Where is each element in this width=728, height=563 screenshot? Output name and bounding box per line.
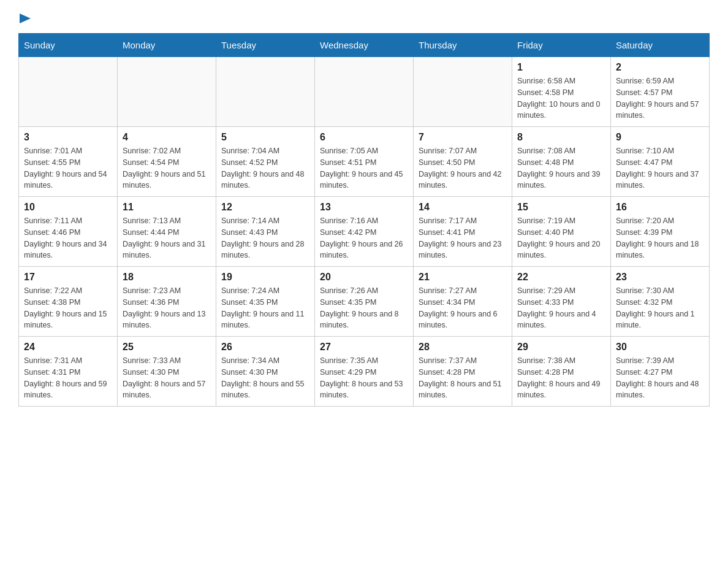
calendar-cell: 20Sunrise: 7:26 AM Sunset: 4:35 PM Dayli… [315, 267, 414, 337]
calendar-cell: 2Sunrise: 6:59 AM Sunset: 4:57 PM Daylig… [611, 57, 710, 127]
day-number: 26 [221, 342, 309, 353]
day-info: Sunrise: 7:14 AM Sunset: 4:43 PM Dayligh… [221, 215, 309, 261]
day-info: Sunrise: 7:38 AM Sunset: 4:28 PM Dayligh… [517, 355, 605, 401]
day-number: 25 [123, 342, 211, 353]
day-number: 15 [517, 202, 605, 213]
day-number: 21 [419, 272, 507, 283]
weekday-header-tuesday: Tuesday [216, 34, 315, 57]
day-info: Sunrise: 7:33 AM Sunset: 4:30 PM Dayligh… [123, 355, 211, 401]
calendar-cell: 5Sunrise: 7:04 AM Sunset: 4:52 PM Daylig… [216, 127, 315, 197]
weekday-header-sunday: Sunday [19, 34, 118, 57]
calendar-cell: 27Sunrise: 7:35 AM Sunset: 4:29 PM Dayli… [315, 337, 414, 407]
day-info: Sunrise: 7:30 AM Sunset: 4:32 PM Dayligh… [616, 285, 704, 331]
day-number: 23 [616, 272, 704, 283]
calendar-cell: 24Sunrise: 7:31 AM Sunset: 4:31 PM Dayli… [19, 337, 118, 407]
calendar-cell [315, 57, 414, 127]
day-number: 12 [221, 202, 309, 213]
calendar-cell: 1Sunrise: 6:58 AM Sunset: 4:58 PM Daylig… [512, 57, 611, 127]
weekday-header-thursday: Thursday [414, 34, 512, 57]
calendar-cell: 16Sunrise: 7:20 AM Sunset: 4:39 PM Dayli… [611, 197, 710, 267]
day-number: 6 [320, 132, 408, 143]
calendar-cell: 4Sunrise: 7:02 AM Sunset: 4:54 PM Daylig… [118, 127, 216, 197]
calendar-cell: 14Sunrise: 7:17 AM Sunset: 4:41 PM Dayli… [414, 197, 512, 267]
calendar-table: SundayMondayTuesdayWednesdayThursdayFrid… [18, 33, 710, 407]
svg-marker-0 [20, 13, 31, 23]
day-info: Sunrise: 7:19 AM Sunset: 4:40 PM Dayligh… [517, 215, 605, 261]
day-info: Sunrise: 7:34 AM Sunset: 4:30 PM Dayligh… [221, 355, 309, 401]
calendar-cell: 26Sunrise: 7:34 AM Sunset: 4:30 PM Dayli… [216, 337, 315, 407]
day-info: Sunrise: 7:39 AM Sunset: 4:27 PM Dayligh… [616, 355, 704, 401]
day-number: 16 [616, 202, 704, 213]
calendar-cell [414, 57, 512, 127]
day-number: 4 [123, 132, 211, 143]
calendar-cell: 10Sunrise: 7:11 AM Sunset: 4:46 PM Dayli… [19, 197, 118, 267]
day-number: 2 [616, 62, 704, 73]
calendar-header-row: SundayMondayTuesdayWednesdayThursdayFrid… [19, 34, 710, 57]
day-info: Sunrise: 7:08 AM Sunset: 4:48 PM Dayligh… [517, 145, 605, 191]
calendar-week-row: 3Sunrise: 7:01 AM Sunset: 4:55 PM Daylig… [19, 127, 710, 197]
day-number: 19 [221, 272, 309, 283]
calendar-cell: 13Sunrise: 7:16 AM Sunset: 4:42 PM Dayli… [315, 197, 414, 267]
calendar-cell: 3Sunrise: 7:01 AM Sunset: 4:55 PM Daylig… [19, 127, 118, 197]
day-info: Sunrise: 7:22 AM Sunset: 4:38 PM Dayligh… [24, 285, 112, 331]
day-info: Sunrise: 7:17 AM Sunset: 4:41 PM Dayligh… [419, 215, 507, 261]
calendar-week-row: 17Sunrise: 7:22 AM Sunset: 4:38 PM Dayli… [19, 267, 710, 337]
page-header [18, 12, 710, 27]
calendar-week-row: 1Sunrise: 6:58 AM Sunset: 4:58 PM Daylig… [19, 57, 710, 127]
day-number: 8 [517, 132, 605, 143]
day-info: Sunrise: 7:35 AM Sunset: 4:29 PM Dayligh… [320, 355, 408, 401]
calendar-cell: 25Sunrise: 7:33 AM Sunset: 4:30 PM Dayli… [118, 337, 216, 407]
calendar-cell: 7Sunrise: 7:07 AM Sunset: 4:50 PM Daylig… [414, 127, 512, 197]
calendar-week-row: 10Sunrise: 7:11 AM Sunset: 4:46 PM Dayli… [19, 197, 710, 267]
calendar-cell [19, 57, 118, 127]
day-info: Sunrise: 6:59 AM Sunset: 4:57 PM Dayligh… [616, 75, 704, 121]
day-number: 18 [123, 272, 211, 283]
calendar-cell: 17Sunrise: 7:22 AM Sunset: 4:38 PM Dayli… [19, 267, 118, 337]
calendar-cell [118, 57, 216, 127]
day-number: 17 [24, 272, 112, 283]
day-info: Sunrise: 7:37 AM Sunset: 4:28 PM Dayligh… [419, 355, 507, 401]
calendar-cell: 11Sunrise: 7:13 AM Sunset: 4:44 PM Dayli… [118, 197, 216, 267]
day-number: 22 [517, 272, 605, 283]
calendar-cell: 6Sunrise: 7:05 AM Sunset: 4:51 PM Daylig… [315, 127, 414, 197]
day-number: 11 [123, 202, 211, 213]
day-number: 29 [517, 342, 605, 353]
weekday-header-monday: Monday [118, 34, 216, 57]
calendar-cell: 12Sunrise: 7:14 AM Sunset: 4:43 PM Dayli… [216, 197, 315, 267]
calendar-cell: 9Sunrise: 7:10 AM Sunset: 4:47 PM Daylig… [611, 127, 710, 197]
logo [18, 12, 31, 27]
calendar-week-row: 24Sunrise: 7:31 AM Sunset: 4:31 PM Dayli… [19, 337, 710, 407]
day-info: Sunrise: 7:10 AM Sunset: 4:47 PM Dayligh… [616, 145, 704, 191]
day-number: 7 [419, 132, 507, 143]
calendar-cell: 22Sunrise: 7:29 AM Sunset: 4:33 PM Dayli… [512, 267, 611, 337]
calendar-cell: 30Sunrise: 7:39 AM Sunset: 4:27 PM Dayli… [611, 337, 710, 407]
day-info: Sunrise: 7:16 AM Sunset: 4:42 PM Dayligh… [320, 215, 408, 261]
day-info: Sunrise: 7:20 AM Sunset: 4:39 PM Dayligh… [616, 215, 704, 261]
day-info: Sunrise: 7:27 AM Sunset: 4:34 PM Dayligh… [419, 285, 507, 331]
day-info: Sunrise: 7:29 AM Sunset: 4:33 PM Dayligh… [517, 285, 605, 331]
calendar-cell: 28Sunrise: 7:37 AM Sunset: 4:28 PM Dayli… [414, 337, 512, 407]
calendar-cell: 29Sunrise: 7:38 AM Sunset: 4:28 PM Dayli… [512, 337, 611, 407]
day-number: 9 [616, 132, 704, 143]
day-number: 28 [419, 342, 507, 353]
day-number: 20 [320, 272, 408, 283]
calendar-cell: 18Sunrise: 7:23 AM Sunset: 4:36 PM Dayli… [118, 267, 216, 337]
calendar-cell: 15Sunrise: 7:19 AM Sunset: 4:40 PM Dayli… [512, 197, 611, 267]
day-number: 27 [320, 342, 408, 353]
weekday-header-wednesday: Wednesday [315, 34, 414, 57]
day-number: 13 [320, 202, 408, 213]
day-info: Sunrise: 7:11 AM Sunset: 4:46 PM Dayligh… [24, 215, 112, 261]
day-number: 5 [221, 132, 309, 143]
day-number: 3 [24, 132, 112, 143]
day-info: Sunrise: 7:02 AM Sunset: 4:54 PM Dayligh… [123, 145, 211, 191]
day-info: Sunrise: 7:04 AM Sunset: 4:52 PM Dayligh… [221, 145, 309, 191]
day-number: 30 [616, 342, 704, 353]
weekday-header-friday: Friday [512, 34, 611, 57]
weekday-header-saturday: Saturday [611, 34, 710, 57]
day-info: Sunrise: 7:01 AM Sunset: 4:55 PM Dayligh… [24, 145, 112, 191]
day-number: 14 [419, 202, 507, 213]
day-info: Sunrise: 7:13 AM Sunset: 4:44 PM Dayligh… [123, 215, 211, 261]
day-info: Sunrise: 7:24 AM Sunset: 4:35 PM Dayligh… [221, 285, 309, 331]
day-info: Sunrise: 6:58 AM Sunset: 4:58 PM Dayligh… [517, 75, 605, 121]
day-info: Sunrise: 7:23 AM Sunset: 4:36 PM Dayligh… [123, 285, 211, 331]
